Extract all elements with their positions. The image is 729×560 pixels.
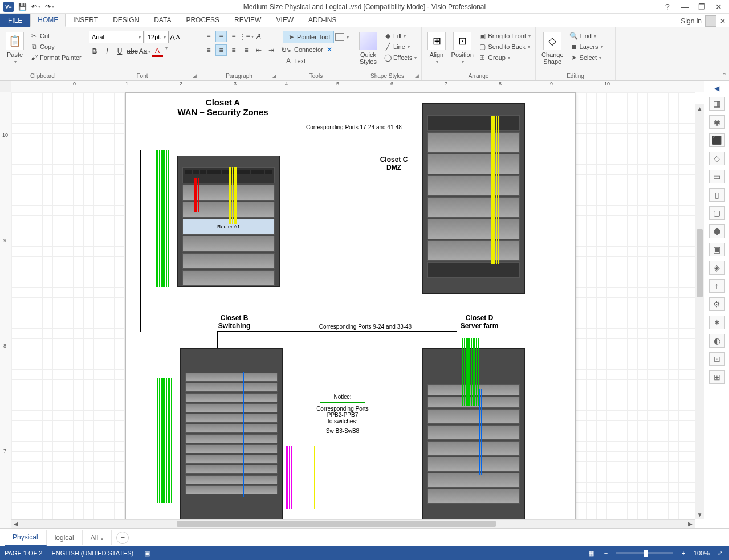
drawing-canvas[interactable]: Closet A WAN – Security Zones Closet C D… [11, 92, 704, 528]
align-left-button[interactable]: ≡ [203, 44, 214, 56]
rack-closet-c[interactable] [422, 103, 525, 294]
rack-unit[interactable] [427, 425, 520, 440]
rack-unit[interactable] [185, 403, 278, 412]
vertical-ruler[interactable]: 10 9 8 7 [0, 92, 11, 528]
tab-design[interactable]: DESIGN [105, 13, 146, 27]
bring-to-front-button[interactable]: ▣Bring to Front▾ [477, 31, 532, 41]
page-tab-all[interactable]: All ▴ [83, 530, 112, 545]
page-indicator[interactable]: PAGE 1 OF 2 [5, 550, 42, 557]
copy-button[interactable]: ⧉Copy [28, 42, 83, 52]
group-button[interactable]: ⊞Group▾ [477, 52, 532, 63]
tab-addins[interactable]: ADD-INS [301, 13, 344, 27]
rack-unit[interactable] [185, 455, 278, 464]
tab-view[interactable]: VIEW [268, 13, 301, 27]
stencil-icon[interactable]: ▭ [709, 170, 725, 183]
horizontal-scrollbar[interactable]: ◀ ▶ [11, 519, 695, 528]
stencil-icon[interactable]: ▦ [709, 97, 725, 111]
stencil-icon[interactable]: ▯ [709, 188, 725, 202]
zoom-in-button[interactable]: + [679, 549, 688, 558]
scroll-right-button[interactable]: ▶ [686, 520, 695, 528]
rack-unit[interactable] [185, 373, 278, 382]
tab-home[interactable]: HOME [30, 13, 66, 27]
zoom-slider[interactable] [616, 552, 673, 554]
language-indicator[interactable]: ENGLISH (UNITED STATES) [51, 550, 133, 557]
expand-shapes-button[interactable]: ◀ [714, 84, 719, 92]
tab-insert[interactable]: INSERT [66, 13, 105, 27]
rack-unit[interactable] [185, 465, 278, 474]
scroll-thumb[interactable] [177, 521, 496, 527]
rack-unit[interactable] [427, 175, 520, 196]
font-color-button[interactable]: A [152, 46, 163, 57]
add-page-button[interactable]: + [116, 532, 129, 544]
rack-unit[interactable] [427, 457, 520, 472]
align-button[interactable]: ⊞Align▾ [425, 31, 448, 66]
page-tab-logical[interactable]: logical [47, 530, 83, 545]
chevron-down-icon[interactable]: ▾ [347, 35, 349, 40]
stencil-icon[interactable]: ◐ [709, 334, 725, 348]
rack-unit[interactable] [427, 154, 520, 174]
paste-button[interactable]: 📋 Paste ▾ [3, 31, 26, 66]
stencil-icon[interactable]: ✶ [709, 316, 725, 329]
zoom-level[interactable]: 100% [694, 550, 710, 557]
rack-unit[interactable] [427, 409, 520, 424]
tab-process[interactable]: PROCESS [178, 13, 227, 27]
stencil-icon[interactable]: ▢ [709, 206, 725, 220]
page-tab-physical[interactable]: Physical [5, 530, 47, 546]
rack-unit[interactable] [182, 253, 275, 269]
scroll-thumb[interactable] [697, 229, 703, 297]
minimize-button[interactable]: — [677, 1, 693, 13]
stencil-icon[interactable]: ◉ [709, 115, 725, 129]
font-size-combo[interactable]: 12pt.▾ [145, 31, 169, 43]
rack-closet-b[interactable] [180, 348, 283, 519]
font-dialog-launcher[interactable]: ◢ [191, 72, 198, 79]
file-tab[interactable]: FILE [0, 14, 30, 27]
rack-unit[interactable] [185, 383, 278, 392]
fit-page-button[interactable]: ⤢ [715, 549, 724, 558]
bold-button[interactable]: B [89, 46, 100, 57]
rack-unit[interactable] [185, 485, 278, 494]
fill-button[interactable]: ◆Fill▾ [382, 31, 418, 41]
redo-button[interactable]: ↷▾ [43, 1, 56, 13]
rack-unit[interactable] [182, 270, 275, 286]
grow-font-button[interactable]: A [170, 33, 175, 42]
tab-data[interactable]: DATA [146, 13, 178, 27]
rack-unit[interactable] [427, 115, 520, 131]
help-button[interactable]: ? [659, 1, 675, 13]
change-case-button[interactable]: Aa▾ [139, 46, 150, 57]
close-doc-button[interactable]: ✕ [720, 17, 726, 25]
align-right-button[interactable]: ≡ [228, 44, 239, 56]
connector-b-d[interactable] [217, 331, 457, 348]
connection-point-button[interactable]: ✕ [327, 46, 332, 54]
strikethrough-button[interactable]: abc [127, 46, 138, 57]
rack-unit[interactable] [185, 444, 278, 453]
rack-unit[interactable] [427, 262, 520, 278]
change-shape-button[interactable]: ◇Change Shape [539, 31, 566, 66]
decrease-indent-button[interactable]: ⇤ [253, 44, 264, 56]
align-top-button[interactable]: ≡ [203, 31, 214, 42]
rack-unit[interactable] [185, 393, 278, 402]
connector-a-c[interactable] [284, 118, 426, 135]
rack-unit[interactable] [185, 434, 278, 443]
zoom-knob[interactable] [644, 550, 648, 557]
increase-indent-button[interactable]: ⇥ [266, 44, 277, 56]
stencil-icon[interactable]: ↑ [709, 279, 725, 293]
send-to-back-button[interactable]: ▢Send to Back▾ [477, 42, 532, 52]
select-button[interactable]: ➤Select▾ [568, 52, 604, 63]
stencil-icon[interactable]: ◈ [709, 261, 725, 275]
stencil-icon[interactable]: ▣ [709, 243, 725, 256]
connector-tool-button[interactable]: ↘Connector [283, 44, 324, 55]
signin-link[interactable]: Sign in [681, 17, 702, 25]
clear-format-button[interactable]: A [253, 31, 264, 42]
collapse-ribbon-button[interactable]: ⌃ [722, 72, 727, 79]
macro-record-icon[interactable]: ▣ [142, 549, 152, 558]
shape-styles-dialog-launcher[interactable]: ◢ [413, 72, 420, 79]
scroll-down-button[interactable]: ▼ [695, 510, 704, 519]
pointer-tool-button[interactable]: ➤Pointer Tool [283, 31, 334, 43]
scroll-left-button[interactable]: ◀ [11, 520, 21, 528]
presentation-mode-icon[interactable]: ▦ [587, 549, 596, 558]
rack-unit[interactable] [427, 473, 520, 488]
shrink-font-button[interactable]: A [176, 34, 180, 40]
zoom-out-button[interactable]: − [601, 549, 610, 558]
rack-unit[interactable] [185, 424, 278, 433]
rack-unit[interactable] [427, 489, 520, 504]
